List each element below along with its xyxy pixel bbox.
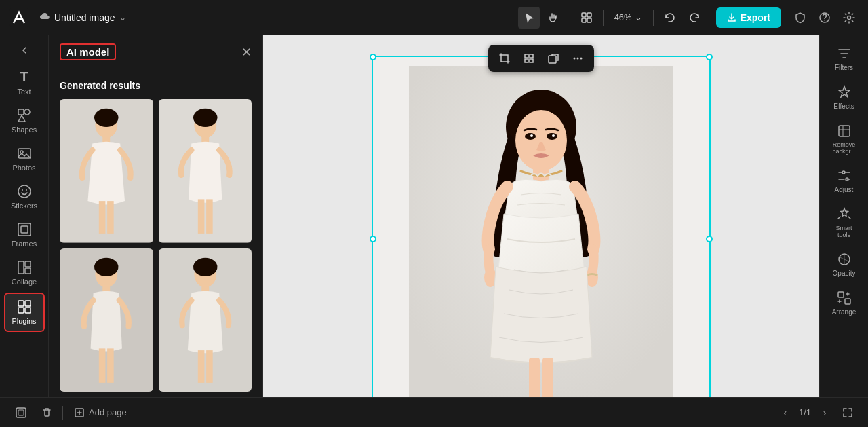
svg-rect-4 — [587, 18, 591, 22]
right-tool-remove-bg[interactable]: Removebackgr... — [824, 118, 865, 160]
handle-middle-left[interactable] — [370, 236, 376, 242]
redo-button[interactable] — [684, 7, 705, 29]
svg-rect-17 — [18, 261, 24, 274]
right-tool-label: Arrange — [832, 308, 856, 316]
main-area: T Text Shapes Photos Stickers Frames Col… — [0, 35, 868, 397]
select-tool-button[interactable] — [518, 7, 540, 29]
selection-frame — [372, 56, 711, 397]
toolbar-divider-2 — [603, 10, 604, 26]
sidebar-item-text[interactable]: T Text — [4, 64, 45, 101]
svg-point-64 — [525, 133, 536, 140]
sidebar-item-label: Stickers — [11, 202, 37, 210]
svg-rect-3 — [582, 18, 586, 22]
sidebar-item-collage[interactable]: Collage — [4, 255, 45, 291]
transform-button[interactable] — [518, 48, 540, 69]
generated-item-3[interactable] — [60, 248, 153, 392]
svg-rect-71 — [542, 358, 553, 397]
svg-rect-20 — [18, 301, 24, 306]
svg-point-12 — [18, 185, 31, 198]
right-tool-adjust[interactable]: Adjust — [824, 163, 865, 199]
sidebar-item-plugins[interactable]: Plugins — [4, 293, 45, 332]
undo-button[interactable] — [659, 7, 681, 29]
svg-rect-22 — [18, 308, 24, 313]
sidebar-item-stickers[interactable]: Stickers — [4, 179, 45, 215]
export-button[interactable]: Export — [716, 7, 781, 28]
svg-point-26 — [94, 109, 118, 127]
panel-close-button[interactable]: ✕ — [241, 45, 252, 60]
opacity-icon — [837, 252, 852, 267]
sidebar-item-label: Plugins — [12, 317, 36, 325]
toolbar-divider — [570, 10, 570, 26]
handle-top-left[interactable] — [370, 54, 376, 60]
sidebar-item-label: Photos — [12, 164, 35, 172]
svg-rect-51 — [525, 54, 528, 58]
right-tool-filters[interactable]: Filters — [824, 41, 865, 77]
svg-point-65 — [547, 133, 557, 140]
right-tool-label: Smarttools — [835, 225, 852, 238]
float-toolbar — [488, 45, 594, 72]
canvas-selection-wrapper — [372, 56, 711, 397]
canvas-area[interactable] — [263, 35, 819, 397]
svg-point-56 — [574, 58, 576, 60]
plugins-icon — [17, 299, 32, 314]
history-button[interactable] — [11, 403, 31, 423]
sidebar-item-shapes[interactable]: Shapes — [4, 103, 45, 139]
ai-model-panel: AI model ✕ Generated results — [49, 35, 263, 397]
handle-top-right[interactable] — [706, 54, 713, 60]
svg-rect-40 — [99, 348, 106, 382]
panel-title: AI model — [60, 43, 116, 60]
handle-middle-right[interactable] — [706, 236, 713, 242]
add-page-button[interactable]: Add page — [68, 405, 132, 421]
svg-rect-77 — [18, 410, 24, 415]
svg-point-9 — [24, 109, 30, 115]
expand-button[interactable] — [838, 403, 857, 422]
doc-chevron-icon[interactable]: ⌄ — [119, 13, 126, 22]
right-tool-opacity[interactable]: Opacity — [824, 246, 865, 282]
more-options-button[interactable] — [567, 48, 589, 69]
model-image — [373, 57, 709, 397]
duplicate-button[interactable] — [542, 48, 564, 69]
right-tool-label: Filters — [835, 64, 853, 71]
right-tool-arrange[interactable]: Arrange — [824, 285, 865, 321]
left-sidebar: T Text Shapes Photos Stickers Frames Col… — [0, 35, 49, 397]
layout-button[interactable] — [576, 7, 597, 29]
zoom-chevron-icon: ⌄ — [635, 12, 642, 22]
svg-point-14 — [26, 189, 27, 191]
right-tool-effects[interactable]: Effects — [824, 79, 865, 115]
generated-item-4[interactable] — [159, 248, 252, 392]
sidebar-item-photos[interactable]: Photos — [4, 141, 45, 177]
app-logo — [8, 7, 30, 29]
doc-area: Untitled image ⌄ — [38, 12, 513, 24]
generated-item-2[interactable] — [159, 99, 252, 243]
sidebar-item-frames[interactable]: Frames — [4, 217, 45, 253]
page-nav: ‹ 1/1 › — [777, 405, 833, 421]
crop-button[interactable] — [494, 48, 515, 69]
help-button[interactable] — [814, 7, 835, 29]
svg-rect-23 — [25, 308, 31, 313]
svg-rect-35 — [206, 199, 213, 233]
svg-rect-55 — [549, 56, 556, 63]
svg-point-58 — [580, 58, 583, 60]
add-page-icon — [74, 407, 85, 418]
right-tool-label: Opacity — [833, 270, 856, 277]
svg-rect-15 — [18, 223, 31, 236]
sidebar-item-label: Collage — [12, 278, 37, 286]
sidebar-collapse-button[interactable] — [11, 41, 38, 60]
prev-page-button[interactable]: ‹ — [777, 405, 793, 421]
photos-icon — [17, 146, 32, 161]
delete-button[interactable] — [37, 403, 57, 423]
filters-icon — [837, 46, 852, 61]
generated-item-1[interactable] — [60, 99, 153, 243]
settings-button[interactable] — [838, 7, 860, 29]
hand-tool-button[interactable] — [542, 7, 564, 29]
arrange-icon — [837, 291, 852, 305]
right-tool-smart[interactable]: Smarttools — [824, 202, 865, 244]
svg-point-38 — [94, 257, 118, 276]
svg-rect-29 — [107, 201, 114, 234]
zoom-level: 46% — [614, 12, 632, 22]
shield-button[interactable] — [789, 7, 811, 29]
next-page-button[interactable]: › — [816, 405, 833, 421]
zoom-button[interactable]: 46% ⌄ — [609, 10, 648, 25]
svg-rect-1 — [582, 13, 586, 17]
text-icon: T — [20, 69, 28, 85]
